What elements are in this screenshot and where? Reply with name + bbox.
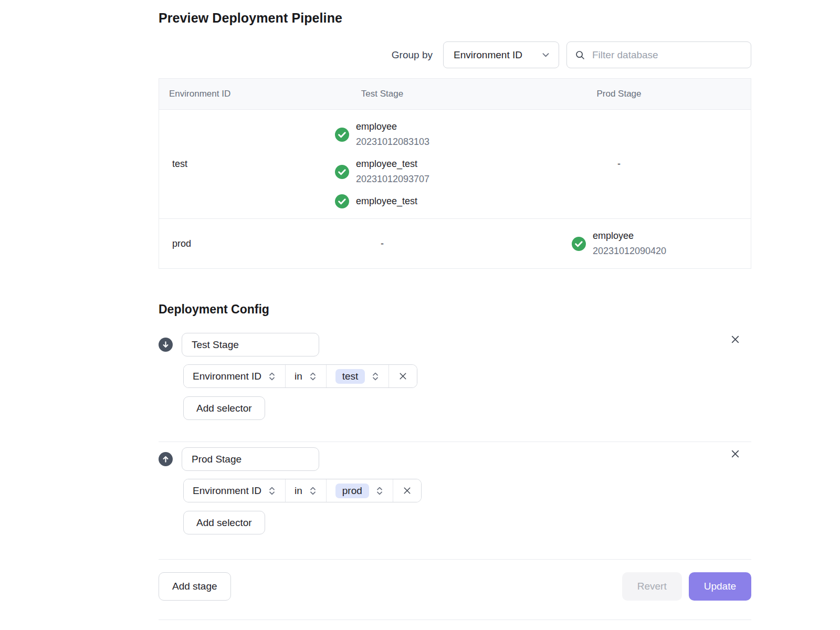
success-check-icon (335, 165, 349, 179)
selector-operator-select[interactable]: in (286, 479, 327, 502)
main-panel: Preview Deployment Pipeline Group by Env… (159, 0, 751, 620)
stage-config-test: Environment ID in test (159, 333, 751, 420)
selector-operator-value: in (295, 371, 302, 382)
remove-stage-button[interactable] (728, 332, 742, 346)
pipeline-table-header: Environment ID Test Stage Prod Stage (159, 79, 751, 109)
test-stage-cell: employee 20231012083103 employee_test 20… (277, 110, 487, 218)
column-header-environment-id: Environment ID (159, 89, 277, 99)
environment-id-cell: prod (159, 238, 277, 249)
filter-database-input[interactable] (591, 49, 743, 61)
selector-field-select[interactable]: Environment ID (184, 365, 286, 387)
chevron-up-down-icon (268, 372, 276, 381)
selector-rule: Environment ID in test (183, 364, 417, 388)
database-name: employee_test (356, 156, 429, 172)
database-version: 20231012083103 (356, 134, 429, 150)
arrow-up-circle-icon (159, 452, 173, 466)
chevron-up-down-icon (371, 372, 380, 381)
database-entry: employee_test 20231012093707 (335, 156, 429, 187)
selector-operator-select[interactable]: in (286, 365, 327, 387)
column-header-prod-stage: Prod Stage (487, 89, 751, 99)
database-name: employee (356, 119, 429, 134)
add-selector-button[interactable]: Add selector (183, 396, 265, 420)
chevron-down-icon (541, 50, 550, 59)
selector-value-tag: test (335, 369, 365, 384)
stage-name-input[interactable] (182, 333, 319, 356)
selector-value-tag: prod (335, 484, 369, 498)
close-icon (730, 334, 741, 345)
filter-database-field[interactable] (566, 41, 751, 68)
bottom-divider (159, 620, 751, 620)
footer-divider (159, 559, 751, 560)
selector-field-value: Environment ID (193, 371, 261, 382)
search-icon (575, 50, 585, 60)
success-check-icon (572, 237, 586, 251)
close-icon (402, 486, 412, 496)
chevron-up-down-icon (309, 486, 317, 496)
table-row: prod - employee 20231012090420 (159, 218, 751, 268)
page-title: Preview Deployment Pipeline (159, 0, 751, 26)
success-check-icon (335, 128, 349, 142)
success-check-icon (335, 194, 349, 208)
table-row: test employee 20231012083103 (159, 109, 751, 218)
remove-selector-button[interactable] (393, 479, 421, 502)
toolbar: Group by Environment ID (159, 41, 751, 68)
close-icon (730, 448, 741, 459)
selector-field-value: Environment ID (193, 485, 261, 497)
test-stage-empty-cell: - (277, 238, 487, 249)
database-entry: employee 20231012090420 (572, 228, 666, 259)
group-by-label: Group by (392, 49, 433, 61)
selector-rule: Environment ID in prod (183, 479, 422, 502)
selector-field-select[interactable]: Environment ID (184, 479, 286, 502)
group-by-select[interactable]: Environment ID (443, 41, 559, 68)
revert-button[interactable]: Revert (622, 572, 682, 601)
stage-name-input[interactable] (182, 447, 319, 471)
selector-value-select[interactable]: test (327, 365, 390, 387)
stage-config-prod: Environment ID in prod (159, 447, 751, 534)
database-entry: employee 20231012083103 (335, 119, 429, 150)
arrow-down-circle-icon (159, 338, 173, 352)
prod-stage-empty-cell: - (487, 159, 751, 170)
chevron-up-down-icon (268, 486, 276, 496)
pipeline-table: Environment ID Test Stage Prod Stage tes… (159, 78, 751, 269)
deployment-config-heading: Deployment Config (159, 302, 751, 317)
close-icon (398, 371, 408, 381)
chevron-up-down-icon (309, 372, 317, 381)
prod-stage-cell: employee 20231012090420 (487, 219, 751, 268)
add-selector-button[interactable]: Add selector (183, 511, 265, 534)
stage-divider (159, 442, 751, 442)
database-version: 20231012090420 (593, 244, 666, 259)
selector-operator-value: in (295, 485, 302, 497)
remove-selector-button[interactable] (389, 365, 417, 387)
add-stage-button[interactable]: Add stage (159, 572, 231, 601)
database-name: employee_test (356, 194, 417, 209)
selector-value-select[interactable]: prod (327, 479, 393, 502)
remove-stage-button[interactable] (728, 446, 742, 461)
footer-actions: Add stage Revert Update (159, 572, 751, 601)
environment-id-cell: test (159, 159, 277, 170)
update-button[interactable]: Update (689, 572, 751, 601)
column-header-test-stage: Test Stage (277, 89, 487, 99)
group-by-selected-value: Environment ID (454, 49, 522, 61)
chevron-up-down-icon (375, 486, 384, 496)
database-version: 20231012093707 (356, 172, 429, 187)
database-name: employee (593, 228, 666, 244)
database-entry: employee_test (335, 194, 429, 209)
